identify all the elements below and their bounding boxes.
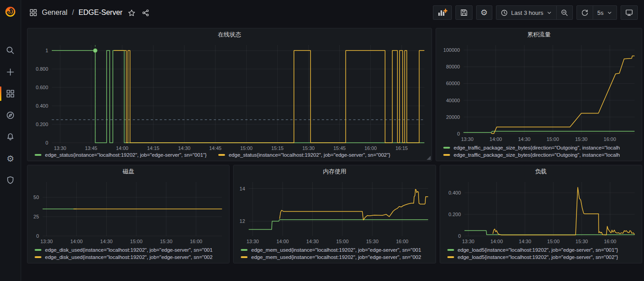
svg-text:16:00: 16:00 bbox=[604, 239, 617, 244]
svg-text:50: 50 bbox=[33, 195, 39, 200]
legend-item[interactable]: edge_load5{instance="localhost:19202", j… bbox=[447, 247, 638, 253]
disk-chart[interactable]: 13:3014:0014:3015:0015:3016:0002550 bbox=[30, 177, 226, 245]
traffic-chart[interactable]: 13:3014:0014:3015:0015:3016:000200004000… bbox=[439, 41, 639, 143]
sidebar-item-alerting[interactable] bbox=[0, 126, 21, 148]
legend-label: edge_disk_used{instance="localhost:19202… bbox=[45, 254, 212, 260]
svg-text:16:00: 16:00 bbox=[365, 145, 377, 151]
svg-text:14:00: 14:00 bbox=[490, 239, 503, 244]
disk-chart-area: 13:3014:0014:3015:0015:3016:0002550 bbox=[27, 177, 229, 245]
legend-label: edge_mem_used{instance="localhost:19202"… bbox=[251, 254, 421, 260]
legend-item[interactable]: edge_disk_used{instance="localhost:19202… bbox=[35, 254, 225, 260]
compass-icon bbox=[6, 111, 15, 120]
panel-traffic: 累积流量 13:3014:0014:3015:0015:3016:0002000… bbox=[436, 28, 642, 161]
time-range-picker[interactable]: Last 3 hours bbox=[496, 6, 557, 19]
svg-text:16:15: 16:15 bbox=[396, 145, 408, 151]
svg-text:14:00: 14:00 bbox=[116, 145, 129, 151]
refresh-interval-picker[interactable]: 5s bbox=[593, 6, 617, 19]
svg-text:80000: 80000 bbox=[446, 64, 460, 69]
panel-disk-header[interactable]: 磁盘 bbox=[27, 165, 229, 177]
zoom-out-time-button[interactable] bbox=[556, 6, 572, 19]
svg-text:20000: 20000 bbox=[446, 114, 460, 120]
refresh-button[interactable] bbox=[577, 6, 593, 19]
legend-swatch bbox=[443, 154, 450, 156]
legend-item[interactable]: edge_traffic_package_size_bytes{directio… bbox=[443, 152, 638, 158]
svg-text:14:00: 14:00 bbox=[70, 239, 83, 244]
time-range-label: Last 3 hours bbox=[511, 9, 544, 16]
refresh-group: 5s bbox=[576, 5, 617, 20]
svg-text:12: 12 bbox=[240, 218, 245, 224]
legend-item[interactable]: edge_mem_used{instance="localhost:19202"… bbox=[241, 247, 432, 253]
panel-online-status-header[interactable]: 在线状态 bbox=[27, 28, 432, 41]
traffic-chart-area: 13:3014:0014:3015:0015:3016:000200004000… bbox=[436, 41, 642, 143]
sidebar-item-explore[interactable] bbox=[0, 104, 21, 126]
svg-text:40000: 40000 bbox=[446, 98, 460, 103]
sidebar-item-search[interactable] bbox=[0, 40, 21, 61]
clock-icon bbox=[500, 9, 508, 17]
save-icon bbox=[460, 9, 468, 17]
dashboard-breadcrumb-icon bbox=[29, 9, 37, 17]
svg-text:15:00: 15:00 bbox=[130, 239, 143, 244]
chevron-down-icon bbox=[607, 10, 612, 16]
share-dashboard-button[interactable] bbox=[141, 8, 150, 18]
legend-item[interactable]: edge_mem_used{instance="localhost:19202"… bbox=[241, 254, 432, 260]
panel-title: 累积流量 bbox=[527, 31, 551, 39]
svg-text:0.400: 0.400 bbox=[36, 103, 48, 109]
svg-text:14: 14 bbox=[240, 186, 245, 191]
svg-text:15:30: 15:30 bbox=[160, 239, 173, 244]
traffic-legend: edge_traffic_package_size_bytes{directio… bbox=[436, 143, 642, 161]
grafana-logo[interactable] bbox=[0, 0, 21, 23]
sidebar: ⚙ bbox=[0, 0, 21, 281]
save-dashboard-button[interactable] bbox=[455, 5, 473, 20]
shield-icon bbox=[6, 176, 15, 185]
legend-label: edge_disk_used{instance="localhost:19202… bbox=[45, 247, 212, 253]
svg-text:15:45: 15:45 bbox=[333, 145, 346, 151]
legend-item[interactable]: edge_load5{instance="localhost:19202", j… bbox=[447, 254, 638, 260]
sidebar-item-dashboards[interactable] bbox=[0, 83, 21, 104]
svg-text:16:00: 16:00 bbox=[603, 136, 616, 142]
legend-label: edge_status{instance="localhost:19202", … bbox=[229, 152, 390, 158]
sidebar-nav: ⚙ bbox=[0, 40, 21, 191]
svg-text:15:30: 15:30 bbox=[575, 136, 588, 142]
svg-text:0.400: 0.400 bbox=[448, 190, 461, 195]
memory-legend: edge_mem_used{instance="localhost:19202"… bbox=[234, 245, 435, 263]
cycle-view-mode-button[interactable] bbox=[621, 5, 638, 20]
sidebar-item-server-admin[interactable] bbox=[0, 169, 21, 191]
dashboard-settings-button[interactable]: ⚙ bbox=[476, 5, 492, 20]
load-chart[interactable]: 13:3014:0014:3015:0015:3016:0000.2000.40… bbox=[443, 177, 639, 245]
svg-text:15:00: 15:00 bbox=[336, 239, 349, 244]
svg-text:0.200: 0.200 bbox=[36, 122, 48, 127]
legend-item[interactable]: edge_status{instance="localhost:19202", … bbox=[35, 152, 207, 158]
panel-memory-header[interactable]: 内存使用 bbox=[234, 165, 435, 177]
favorite-star-button[interactable] bbox=[127, 8, 136, 18]
legend-item[interactable]: edge_disk_used{instance="localhost:19202… bbox=[35, 247, 225, 253]
online-status-chart[interactable]: 13:3013:4514:0014:1514:3014:4515:0015:15… bbox=[30, 41, 429, 152]
panel-online-status: 在线状态 13:3013:4514:0014:1514:3014:4515:00… bbox=[27, 28, 432, 161]
add-panel-button[interactable] bbox=[433, 5, 452, 20]
memory-chart-area: 13:3014:0014:3015:0015:3016:001214 bbox=[234, 177, 435, 245]
breadcrumb-folder[interactable]: General bbox=[42, 9, 68, 17]
svg-text:14:30: 14:30 bbox=[100, 239, 113, 244]
legend-swatch bbox=[35, 249, 41, 251]
legend-label: edge_load5{instance="localhost:19202", j… bbox=[458, 254, 618, 260]
star-icon bbox=[128, 9, 135, 17]
svg-text:14:30: 14:30 bbox=[178, 145, 191, 151]
legend-item[interactable]: edge_status{instance="localhost:19202", … bbox=[218, 152, 390, 158]
svg-text:16:00: 16:00 bbox=[190, 239, 203, 244]
load-chart-area: 13:3014:0014:3015:0015:3016:0000.2000.40… bbox=[440, 177, 642, 245]
svg-text:25: 25 bbox=[33, 214, 39, 219]
svg-text:100000: 100000 bbox=[443, 47, 460, 53]
dashboard-toolbar: ⚙ Last 3 hours 5s bbox=[433, 5, 638, 20]
svg-text:0.800: 0.800 bbox=[36, 66, 48, 72]
panel-disk: 磁盘 13:3014:0014:3015:0015:3016:0002550 e… bbox=[27, 165, 230, 263]
panel-resize-handle[interactable] bbox=[427, 156, 431, 160]
sidebar-item-create[interactable] bbox=[0, 61, 21, 83]
panel-traffic-header[interactable]: 累积流量 bbox=[436, 28, 642, 41]
memory-chart[interactable]: 13:3014:0014:3015:0015:3016:001214 bbox=[236, 177, 432, 245]
sidebar-item-configuration[interactable]: ⚙ bbox=[0, 148, 21, 169]
legend-item[interactable]: edge_traffic_package_size_bytes{directio… bbox=[443, 145, 638, 150]
svg-text:14:30: 14:30 bbox=[306, 239, 319, 244]
breadcrumb-dashboard-title[interactable]: EDGE-Server bbox=[78, 9, 122, 17]
panel-load-header[interactable]: 负载 bbox=[440, 165, 642, 177]
svg-text:13:30: 13:30 bbox=[41, 239, 53, 244]
panel-load: 负载 13:3014:0014:3015:0015:3016:0000.2000… bbox=[440, 165, 642, 263]
